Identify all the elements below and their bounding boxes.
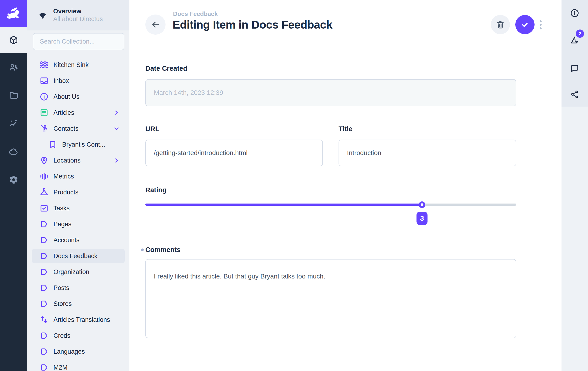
- edited-indicator-dot: [141, 249, 144, 251]
- date-created-label: Date Created: [145, 65, 187, 72]
- project-header[interactable]: Overview All about Directus: [27, 0, 129, 30]
- folder-icon: [9, 90, 19, 100]
- rating-slider-thumb[interactable]: [419, 201, 425, 208]
- label-icon: [39, 267, 49, 277]
- sidebar-item-articles-translations[interactable]: Articles Translations: [27, 312, 129, 328]
- check-icon: [520, 20, 530, 30]
- sidebar-item-stores[interactable]: Stores: [27, 296, 129, 312]
- sidebar-item-locations[interactable]: Locations: [27, 152, 129, 168]
- sidebar-item-contacts[interactable]: Contacts: [27, 121, 129, 137]
- sidebar-item-articles[interactable]: Articles: [27, 105, 129, 121]
- context-menu-button[interactable]: [538, 20, 543, 30]
- sidebar-item-languages[interactable]: Languages: [27, 344, 129, 360]
- person-icon: [39, 124, 49, 133]
- comments-label: Comments: [145, 246, 180, 254]
- map-pin-icon: [39, 156, 49, 165]
- bookmark-icon: [48, 140, 57, 149]
- project-title: Overview: [53, 8, 103, 15]
- swap-vert-icon: [39, 315, 49, 324]
- comments-dock-button[interactable]: [570, 63, 579, 73]
- trash-icon: [495, 20, 505, 30]
- box-icon: [9, 35, 19, 45]
- arrow-left-icon: [150, 20, 160, 30]
- right-sidebar-rail: 2: [562, 0, 588, 371]
- date-created-input[interactable]: [145, 79, 516, 106]
- label-icon: [39, 299, 49, 309]
- signal-icon: [38, 10, 48, 20]
- sidebar-item-inbox[interactable]: Inbox: [27, 73, 129, 89]
- label-icon: [39, 363, 49, 371]
- cloud-icon: [9, 147, 19, 156]
- sidebar-item-tasks[interactable]: Tasks: [27, 200, 129, 216]
- directus-logo[interactable]: [0, 0, 27, 27]
- search-collection-input[interactable]: [33, 33, 124, 50]
- title-label: Title: [338, 125, 352, 133]
- sidebar-item-bryant-s-cont[interactable]: Bryant's Cont...: [27, 137, 129, 152]
- sidebar-item-metrics[interactable]: Metrics: [27, 168, 129, 184]
- module-files[interactable]: [0, 81, 27, 109]
- module-settings[interactable]: [0, 166, 27, 194]
- equalizer-icon: [39, 172, 49, 181]
- info-icon: [570, 8, 579, 18]
- rating-slider: 3: [145, 197, 516, 227]
- kebab-icon: [539, 20, 543, 30]
- project-subtitle: All about Directus: [53, 15, 103, 23]
- label-icon: [39, 347, 49, 356]
- sidebar-item-posts[interactable]: Posts: [27, 280, 129, 296]
- info-button[interactable]: [570, 8, 579, 18]
- label-icon: [39, 283, 49, 292]
- insights-icon: [9, 119, 19, 128]
- sidebar-item-accounts[interactable]: Accounts: [27, 232, 129, 248]
- sidebar-item-creds[interactable]: Creds: [27, 328, 129, 344]
- sidebar-item-about-us[interactable]: About Us: [27, 89, 129, 105]
- sidebar-item-m2m[interactable]: M2M: [27, 360, 129, 371]
- module-insights[interactable]: [0, 109, 27, 138]
- collections-sidebar: Overview All about Directus Kitchen Sink…: [27, 0, 129, 371]
- info-icon: [39, 92, 49, 101]
- comments-textarea[interactable]: I really liked this article. But that gu…: [145, 259, 516, 338]
- module-bar: [0, 0, 27, 371]
- module-users[interactable]: [0, 53, 27, 81]
- rating-slider-fill: [145, 203, 422, 206]
- comment-icon: [570, 63, 579, 73]
- label-icon: [39, 251, 49, 261]
- back-button[interactable]: [145, 15, 166, 35]
- rating-value-badge: 3: [417, 212, 428, 225]
- main-content: Docs Feedback Editing Item in Docs Feedb…: [129, 0, 562, 371]
- sidebar-item-pages[interactable]: Pages: [27, 216, 129, 232]
- breadcrumb[interactable]: Docs Feedback: [173, 10, 218, 18]
- label-icon: [39, 235, 49, 245]
- url-label: URL: [145, 125, 159, 133]
- people-icon: [9, 62, 19, 72]
- sidebar-item-products[interactable]: Products: [27, 184, 129, 200]
- chevron-right-icon: [113, 109, 120, 116]
- delete-button[interactable]: [491, 15, 510, 34]
- notification-count-badge: 2: [576, 30, 584, 38]
- inbox-icon: [39, 76, 49, 85]
- rating-slider-track[interactable]: [145, 203, 516, 206]
- title-input[interactable]: [338, 140, 516, 166]
- url-input[interactable]: [145, 140, 323, 166]
- chevron-down-icon: [113, 125, 120, 132]
- directus-app: Overview All about Directus Kitchen Sink…: [0, 0, 588, 371]
- share-button[interactable]: [570, 90, 579, 99]
- gear-icon: [9, 175, 19, 185]
- rating-label: Rating: [145, 186, 167, 194]
- waves-icon: [39, 60, 49, 70]
- sidebar-item-organization[interactable]: Organization: [27, 264, 129, 280]
- module-collections[interactable]: [0, 27, 27, 53]
- label-icon: [39, 220, 49, 229]
- save-button[interactable]: [515, 15, 535, 34]
- chevron-right-icon: [113, 157, 120, 164]
- article-icon: [39, 108, 49, 117]
- sidebar-item-docs-feedback[interactable]: Docs Feedback: [32, 249, 125, 263]
- rabbit-logo-icon: [5, 5, 22, 22]
- label-icon: [39, 331, 49, 340]
- page-title: Editing Item in Docs Feedback: [173, 18, 332, 31]
- sidebar-item-kitchen-sink[interactable]: Kitchen Sink: [27, 57, 129, 73]
- share-icon: [570, 90, 579, 99]
- task-icon: [39, 203, 49, 213]
- module-cloud[interactable]: [0, 138, 27, 166]
- hanger-icon: [39, 188, 49, 197]
